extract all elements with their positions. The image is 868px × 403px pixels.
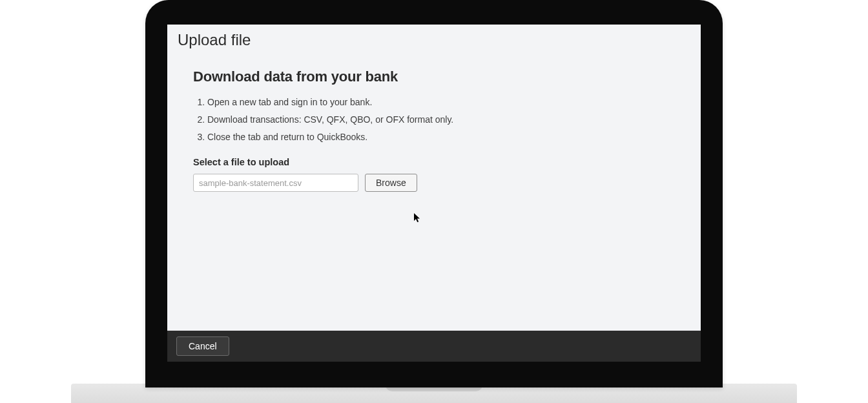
file-select-label: Select a file to upload bbox=[193, 157, 675, 167]
main-content: Download data from your bank Open a new … bbox=[167, 53, 701, 331]
app-screen: Upload file Download data from your bank… bbox=[167, 25, 701, 362]
cancel-button[interactable]: Cancel bbox=[176, 336, 229, 356]
laptop-bezel: Upload file Download data from your bank… bbox=[145, 0, 723, 388]
page-title: Upload file bbox=[167, 25, 701, 53]
instruction-step: Open a new tab and sign in to your bank. bbox=[207, 96, 675, 109]
instruction-step: Download transactions: CSV, QFX, QBO, or… bbox=[207, 113, 675, 127]
file-path-input[interactable] bbox=[193, 174, 358, 192]
file-row: Browse bbox=[193, 174, 675, 192]
section-title: Download data from your bank bbox=[193, 68, 675, 85]
instruction-list: Open a new tab and sign in to your bank.… bbox=[193, 96, 675, 144]
instruction-step: Close the tab and return to QuickBooks. bbox=[207, 130, 675, 144]
footer-bar: Cancel bbox=[167, 331, 701, 362]
browse-button[interactable]: Browse bbox=[365, 174, 417, 192]
